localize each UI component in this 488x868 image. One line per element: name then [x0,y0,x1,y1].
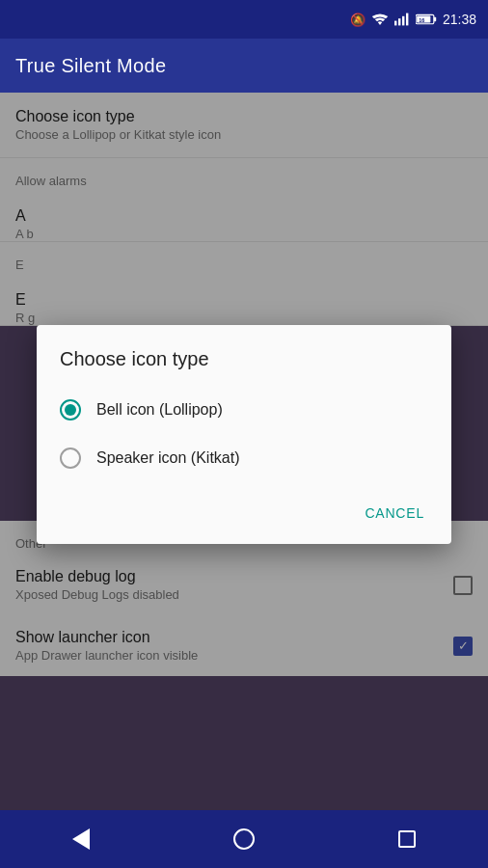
bell-icon-option[interactable]: Bell icon (Lollipop) [37,386,451,434]
bell-icon-radio[interactable] [60,399,81,420]
dialog-title: Choose icon type [37,348,451,386]
speaker-icon-radio[interactable] [60,448,81,469]
bell-icon-label: Bell icon (Lollipop) [96,401,223,419]
speaker-icon-label: Speaker icon (Kitkat) [96,449,240,467]
choose-icon-dialog: Choose icon type Bell icon (Lollipop) Sp… [37,325,451,544]
speaker-icon-option[interactable]: Speaker icon (Kitkat) [37,434,451,482]
dialog-actions: CANCEL [37,490,451,536]
dialog-backdrop: Choose icon type Bell icon (Lollipop) Sp… [0,0,488,868]
cancel-button[interactable]: CANCEL [353,498,436,529]
